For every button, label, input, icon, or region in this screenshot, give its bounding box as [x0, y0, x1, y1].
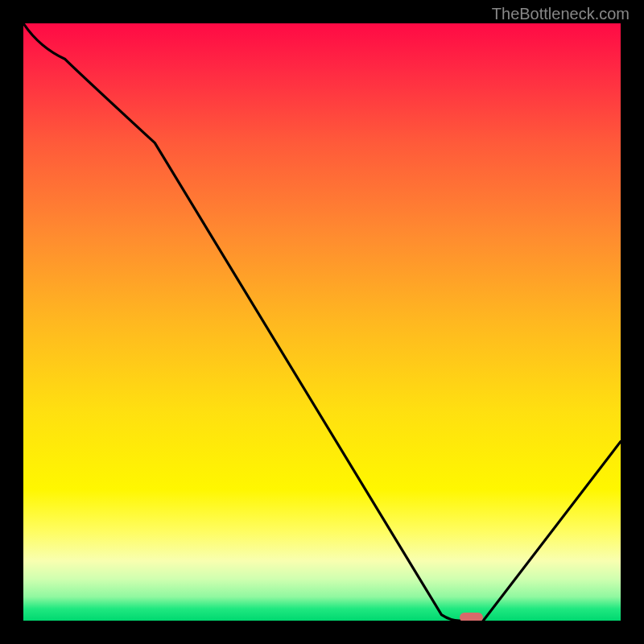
optimal-point-marker: [460, 613, 484, 621]
watermark-text: TheBottleneck.com: [492, 5, 630, 23]
chart-plot-area: [23, 23, 621, 621]
bottleneck-curve: [23, 23, 621, 621]
